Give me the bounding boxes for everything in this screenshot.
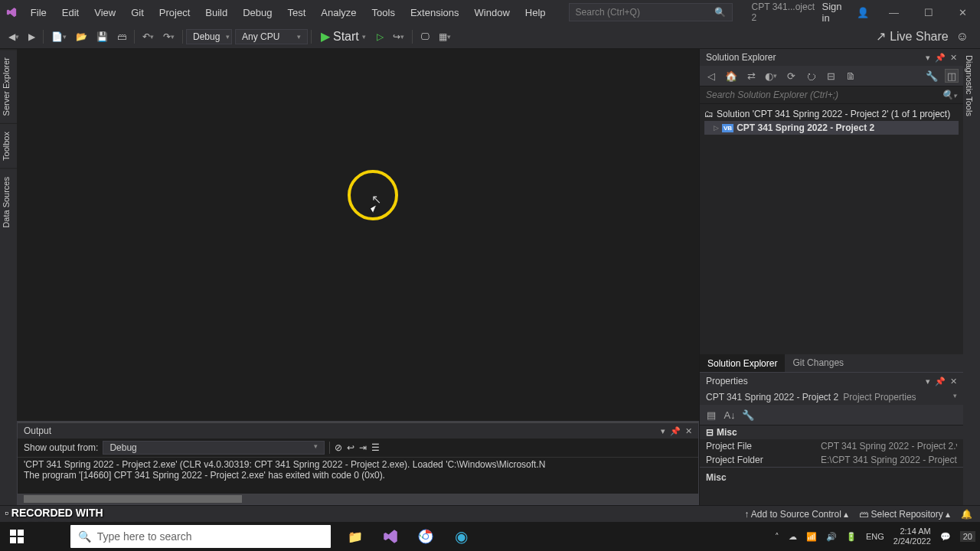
property-row[interactable]: Project File CPT 341 Spring 2022 - Proje… (700, 439, 963, 453)
indent-icon[interactable]: ⇥ (359, 442, 367, 453)
toggle-wrap-icon[interactable]: ↩ (347, 442, 354, 453)
feedback-icon[interactable]: ☺ (956, 30, 969, 44)
back-icon[interactable]: ◁ (704, 69, 718, 83)
menu-help[interactable]: Help (518, 2, 554, 23)
menu-file[interactable]: File (23, 2, 54, 23)
chrome-app[interactable] (409, 522, 443, 551)
diagnostic-tools-tab[interactable]: Diagnostic Tools (963, 49, 975, 122)
properties-icon[interactable]: 🔧 (925, 69, 939, 83)
window-position-icon[interactable]: ▾ (661, 426, 665, 436)
visual-studio-app[interactable] (374, 522, 407, 551)
project-node[interactable]: ▷ VB CPT 341 Spring 2022 - Project 2 (704, 121, 959, 135)
list-icon[interactable]: ☰ (371, 442, 380, 453)
add-source-control-button[interactable]: ↑ Add to Source Control ▴ (744, 509, 848, 520)
menu-edit[interactable]: Edit (54, 2, 87, 23)
property-pages-icon[interactable]: 🔧 (741, 408, 755, 422)
pending-filter-icon[interactable]: ◐▾ (764, 69, 778, 83)
onedrive-icon[interactable]: ☁ (789, 532, 797, 542)
git-changes-tab[interactable]: Git Changes (785, 354, 851, 372)
output-source-combo[interactable]: Debug ▾ (103, 441, 325, 455)
tray-expand-icon[interactable]: ˄ (775, 532, 779, 542)
clear-all-icon[interactable]: ⊘ (335, 442, 342, 453)
close-button[interactable]: ✕ (946, 0, 980, 24)
sign-in-button[interactable]: Sign in 👤 (822, 1, 869, 24)
save-all-button[interactable]: 🗃 (113, 29, 131, 44)
undo-button[interactable]: ↶▾ (138, 29, 158, 44)
pin-icon[interactable]: 📌 (670, 426, 681, 436)
solution-tree[interactable]: 🗂 Solution 'CPT 341 Spring 2022 - Projec… (700, 104, 963, 354)
property-object-selector[interactable]: CPT 341 Spring 2022 - Project 2 Project … (700, 390, 963, 405)
toolbox-tab[interactable]: Toolbox (0, 123, 17, 168)
start-without-debug-button[interactable]: ▷ (372, 29, 388, 44)
panel-close-icon[interactable]: ✕ (950, 377, 957, 386)
layout-button[interactable]: ▦▾ (434, 29, 456, 44)
sync-icon[interactable]: ⟳ (784, 69, 798, 83)
clock-time: 2:14 AM (893, 527, 931, 536)
server-explorer-tab[interactable]: Server Explorer (0, 49, 17, 123)
file-explorer-app[interactable]: 📁 (338, 522, 372, 551)
menu-extensions[interactable]: Extensions (403, 2, 467, 23)
window-position-icon[interactable]: ▾ (926, 53, 930, 63)
alphabetical-icon[interactable]: A↓ (723, 408, 737, 422)
step-button[interactable]: ↪▾ (388, 29, 409, 44)
save-button[interactable]: 💾 (92, 29, 113, 44)
menu-analyze[interactable]: Analyze (313, 2, 364, 23)
misc-category[interactable]: ⊟Misc (700, 425, 963, 439)
panel-close-icon[interactable]: ✕ (685, 426, 692, 436)
taskbar-clock[interactable]: 2:14 AM 2/24/2022 (893, 527, 931, 546)
notification-icon[interactable]: 🔔 (961, 509, 972, 520)
solution-platform-combo[interactable]: Any CPU▾ (235, 29, 308, 44)
quick-launch-search[interactable]: Search (Ctrl+Q) 🔍 (569, 3, 733, 21)
wifi-icon[interactable]: 📶 (806, 532, 817, 542)
solution-node[interactable]: 🗂 Solution 'CPT 341 Spring 2022 - Projec… (704, 107, 959, 121)
output-h-scrollbar[interactable] (18, 494, 698, 504)
pin-icon[interactable]: 📌 (935, 53, 946, 63)
start-debug-button[interactable]: ▶ Start ▾ (315, 28, 372, 45)
menu-project[interactable]: Project (152, 2, 198, 23)
output-text[interactable]: 'CPT 341 Spring 2022 - Project 2.exe' (C… (18, 458, 698, 494)
nav-back-button[interactable]: ◀ ▾ (4, 29, 24, 44)
action-center-icon[interactable]: 💬 (940, 532, 951, 542)
switch-views-icon[interactable]: ⇄ (744, 69, 758, 83)
collapse-all-icon[interactable]: ⊟ (824, 69, 838, 83)
expand-icon[interactable]: ▷ (714, 124, 719, 132)
property-object-name: CPT 341 Spring 2022 - Project 2 (706, 392, 838, 403)
battery-icon[interactable]: 🔋 (846, 532, 857, 542)
home-icon[interactable]: 🏠 (724, 69, 738, 83)
open-button[interactable]: 📂 (71, 29, 92, 44)
select-repo-button[interactable]: 🗃 Select Repository ▴ (859, 509, 950, 520)
menu-test[interactable]: Test (279, 2, 313, 23)
menu-tools[interactable]: Tools (364, 2, 403, 23)
solution-explorer-bottom-tab[interactable]: Solution Explorer (700, 354, 785, 372)
panel-close-icon[interactable]: ✕ (950, 53, 957, 63)
menu-debug[interactable]: Debug (235, 2, 279, 23)
solution-search[interactable]: Search Solution Explorer (Ctrl+;) 🔍▾ (700, 86, 963, 104)
window-position-icon[interactable]: ▾ (926, 377, 930, 386)
maximize-button[interactable]: ☐ (911, 0, 946, 24)
solution-config-combo[interactable]: Debug▾ (186, 29, 232, 44)
preview-icon[interactable]: ◫ (945, 69, 959, 83)
categorized-icon[interactable]: ▤ (704, 408, 718, 422)
pin-icon[interactable]: 📌 (935, 377, 946, 386)
menu-build[interactable]: Build (198, 2, 235, 23)
property-row[interactable]: Project Folder E:\CPT 341 Spring 2022 - … (700, 453, 963, 467)
data-sources-tab[interactable]: Data Sources (0, 168, 17, 236)
browser-link-button[interactable]: 🖵 (416, 29, 434, 44)
taskbar-search[interactable]: 🔍 Type here to search (70, 525, 331, 548)
menu-view[interactable]: View (87, 2, 123, 23)
nav-fwd-button[interactable]: ▶ (24, 29, 40, 44)
refresh-icon[interactable]: ⭮ (804, 69, 818, 83)
live-share-button[interactable]: ↗ Live Share (876, 29, 949, 44)
volume-icon[interactable]: 🔊 (826, 532, 837, 542)
properties-title: Properties ▾ 📌 ✕ (700, 373, 963, 390)
menu-window[interactable]: Window (467, 2, 518, 23)
screencast-app[interactable]: ◉ (444, 522, 478, 551)
show-all-files-icon[interactable]: 🗎 (844, 69, 858, 83)
redo-button[interactable]: ↷▾ (158, 29, 179, 44)
minimize-button[interactable]: — (877, 0, 911, 24)
new-project-button[interactable]: 📄▾ (47, 29, 71, 44)
start-button[interactable] (0, 530, 34, 543)
property-key: Project Folder (706, 455, 821, 465)
language-indicator[interactable]: ENG (866, 532, 884, 541)
menu-git[interactable]: Git (123, 2, 152, 23)
